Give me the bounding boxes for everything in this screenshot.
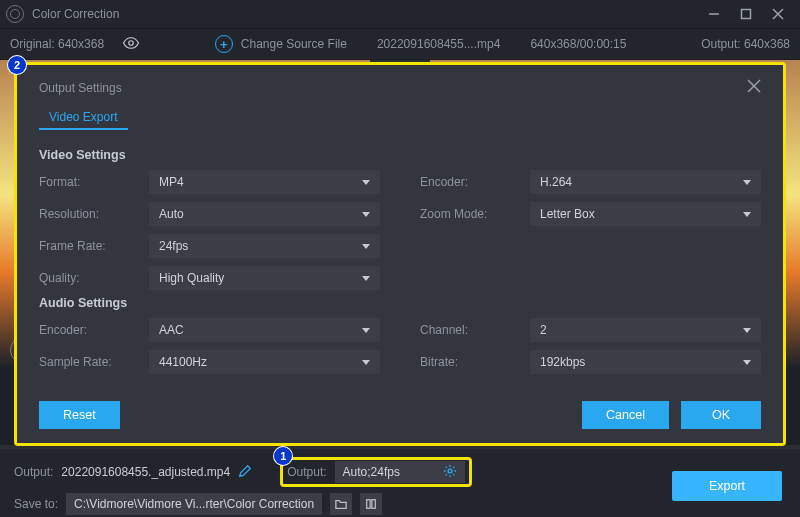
video-settings-heading: Video Settings [39, 148, 761, 162]
cancel-button[interactable]: Cancel [582, 401, 669, 429]
chevron-down-icon [743, 360, 751, 365]
chevron-down-icon [362, 212, 370, 217]
chevron-down-icon [743, 180, 751, 185]
dialog-tabs: Video Export [39, 106, 761, 130]
app-logo-icon [6, 5, 24, 23]
ok-button[interactable]: OK [681, 401, 761, 429]
save-to-path[interactable]: C:\Vidmore\Vidmore Vi...rter\Color Corre… [66, 493, 322, 515]
sample-rate-value: 44100Hz [159, 355, 207, 369]
quality-label: Quality: [39, 271, 139, 285]
svg-rect-9 [372, 500, 375, 509]
annotation-badge-1: 1 [274, 447, 292, 465]
change-source-button[interactable]: Change Source File [215, 35, 347, 53]
open-folder-button[interactable] [360, 493, 382, 515]
dialog-close-button[interactable] [747, 79, 761, 96]
resolution-select[interactable]: Auto [149, 202, 380, 226]
output-settings-value: Auto;24fps [343, 465, 400, 479]
tab-video-export[interactable]: Video Export [39, 106, 128, 130]
svg-rect-1 [742, 10, 751, 19]
audio-encoder-value: AAC [159, 323, 184, 337]
titlebar: Color Correction [0, 0, 800, 28]
preview-eye-icon[interactable] [122, 34, 140, 55]
chevron-down-icon [743, 328, 751, 333]
audio-encoder-label: Encoder: [39, 323, 139, 337]
annotation-badge-2: 2 [8, 56, 26, 74]
output-settings-dialog: Output Settings Video Export Video Setti… [17, 65, 783, 443]
window-title: Color Correction [32, 7, 119, 21]
toolbar: Original: 640x368 Change Source File 202… [0, 28, 800, 60]
reset-button[interactable]: Reset [39, 401, 120, 429]
video-encoder-label: Encoder: [420, 175, 520, 189]
video-encoder-select[interactable]: H.264 [530, 170, 761, 194]
stage: Contra Brightn 2 Output Settings Video E… [0, 60, 800, 517]
format-select[interactable]: MP4 [149, 170, 380, 194]
close-button[interactable] [762, 0, 794, 28]
bitrate-select[interactable]: 192kbps [530, 350, 761, 374]
format-label: Format: [39, 175, 139, 189]
plus-circle-icon [215, 35, 233, 53]
quality-select[interactable]: High Quality [149, 266, 380, 290]
quality-value: High Quality [159, 271, 224, 285]
format-value: MP4 [159, 175, 184, 189]
chevron-down-icon [743, 212, 751, 217]
save-to-value: C:\Vidmore\Vidmore Vi...rter\Color Corre… [74, 497, 314, 511]
rename-output-button[interactable] [238, 464, 252, 481]
chevron-down-icon [362, 276, 370, 281]
original-dimensions: Original: 640x368 [10, 37, 104, 51]
resolution-value: Auto [159, 207, 184, 221]
sample-rate-select[interactable]: 44100Hz [149, 350, 380, 374]
save-to-label: Save to: [14, 497, 58, 511]
annotation-box-2: 2 Output Settings Video Export Video Set… [14, 62, 786, 446]
export-button[interactable]: Export [672, 471, 782, 501]
bitrate-value: 192kbps [540, 355, 585, 369]
channel-value: 2 [540, 323, 547, 337]
browse-folder-button[interactable] [330, 493, 352, 515]
output-file-name: 2022091608455._adjusted.mp4 [61, 465, 230, 479]
output-settings-field[interactable]: Auto;24fps [335, 461, 465, 483]
zoom-mode-label: Zoom Mode: [420, 207, 520, 221]
chevron-down-icon [362, 328, 370, 333]
audio-encoder-select[interactable]: AAC [149, 318, 380, 342]
audio-settings-heading: Audio Settings [39, 296, 761, 310]
channel-label: Channel: [420, 323, 520, 337]
change-source-label: Change Source File [241, 37, 347, 51]
chevron-down-icon [362, 360, 370, 365]
zoom-mode-value: Letter Box [540, 207, 595, 221]
frame-rate-select[interactable]: 24fps [149, 234, 380, 258]
svg-rect-8 [367, 500, 370, 509]
svg-point-4 [129, 40, 134, 45]
footer: Output: 2022091608455._adjusted.mp4 1 Ou… [0, 449, 800, 517]
sample-rate-label: Sample Rate: [39, 355, 139, 369]
source-filename: 2022091608455....mp4 [377, 37, 500, 51]
channel-select[interactable]: 2 [530, 318, 761, 342]
bitrate-label: Bitrate: [420, 355, 520, 369]
frame-rate-value: 24fps [159, 239, 188, 253]
maximize-button[interactable] [730, 0, 762, 28]
dialog-title: Output Settings [39, 81, 122, 95]
minimize-button[interactable] [698, 0, 730, 28]
frame-rate-label: Frame Rate: [39, 239, 139, 253]
output-settings-label: Output: [287, 465, 326, 479]
output-file-label: Output: [14, 465, 53, 479]
annotation-box-1: 1 Output: Auto;24fps [280, 457, 471, 487]
zoom-mode-select[interactable]: Letter Box [530, 202, 761, 226]
output-dimensions: Output: 640x368 [701, 37, 790, 51]
source-dims-time: 640x368/00:00:15 [530, 37, 626, 51]
chevron-down-icon [362, 180, 370, 185]
gear-icon[interactable] [443, 464, 457, 481]
video-encoder-value: H.264 [540, 175, 572, 189]
svg-point-7 [448, 469, 452, 473]
resolution-label: Resolution: [39, 207, 139, 221]
chevron-down-icon [362, 244, 370, 249]
